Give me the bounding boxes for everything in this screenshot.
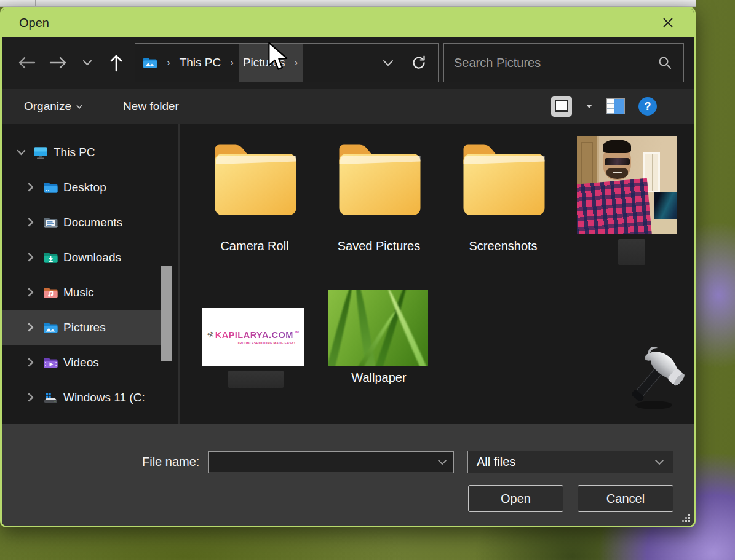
sidebar-scrollbar-thumb[interactable] xyxy=(161,266,172,361)
change-view-button[interactable] xyxy=(551,96,572,117)
dialog-title: Open xyxy=(19,16,49,30)
command-toolbar: Organize New folder ? xyxy=(2,89,694,124)
file-tile-screenshots[interactable]: Screenshots xyxy=(454,131,552,253)
chevron-collapsed-icon[interactable] xyxy=(23,323,39,332)
downloads-folder-icon xyxy=(42,250,58,265)
organize-label: Organize xyxy=(24,100,71,113)
open-button-label: Open xyxy=(501,492,531,506)
documents-folder-icon xyxy=(42,215,58,230)
up-button[interactable] xyxy=(103,47,130,79)
close-icon xyxy=(662,17,674,29)
search-icon[interactable] xyxy=(658,55,672,70)
file-label: Camera Roll xyxy=(205,239,304,253)
photo-plaid-shirt xyxy=(577,178,652,234)
new-folder-label: New folder xyxy=(123,100,179,113)
kapilarya-tm: TM xyxy=(295,330,299,334)
navigation-tree: This PC Desktop Documents Downloads xyxy=(2,124,178,424)
chevron-collapsed-icon[interactable] xyxy=(23,183,39,192)
chevron-down-icon xyxy=(82,60,92,66)
forward-button[interactable] xyxy=(45,47,72,79)
sidebar-item-label: This PC xyxy=(54,146,95,159)
redacted-filename xyxy=(228,371,284,388)
file-name-dropdown-icon[interactable] xyxy=(437,459,447,465)
sidebar-item-documents[interactable]: Documents xyxy=(2,205,178,240)
open-button[interactable]: Open xyxy=(468,485,563,512)
search-box[interactable] xyxy=(443,43,684,82)
breadcrumb-expand-separator[interactable]: › xyxy=(289,44,304,82)
strip-divider xyxy=(35,0,36,6)
organize-button[interactable]: Organize xyxy=(24,100,82,113)
videos-folder-icon xyxy=(42,355,58,370)
cancel-button[interactable]: Cancel xyxy=(578,485,673,512)
file-label: Screenshots xyxy=(454,239,552,253)
up-arrow-icon xyxy=(109,53,124,72)
file-type-value: All files xyxy=(477,455,515,469)
file-name-label: File name: xyxy=(142,455,204,469)
file-label: Saved Pictures xyxy=(330,239,428,253)
sidebar-item-label: Windows 11 (C: xyxy=(63,391,145,404)
sidebar-item-desktop[interactable]: Desktop xyxy=(2,170,178,205)
grass-blade xyxy=(328,290,356,366)
sidebar-item-windows-c-drive[interactable]: Windows 11 (C: xyxy=(2,380,178,415)
file-name-input[interactable] xyxy=(209,452,437,473)
open-file-dialog: Open › This PC › Pictures › xyxy=(0,7,696,527)
file-tile-wallpaper[interactable] xyxy=(328,290,428,366)
preview-pane-icon xyxy=(607,99,614,114)
file-name-combobox[interactable] xyxy=(208,451,454,473)
navigation-bar: › This PC › Pictures › xyxy=(2,37,694,89)
kapilarya-brand-text: KAPILARYA.COM xyxy=(215,330,293,340)
resize-grip[interactable] xyxy=(682,514,691,523)
address-folder-icon[interactable] xyxy=(135,44,161,82)
search-input[interactable] xyxy=(454,56,651,70)
back-arrow-icon xyxy=(17,55,36,70)
folder-icon xyxy=(454,131,552,223)
photo-beard xyxy=(606,168,628,179)
address-dropdown-icon[interactable] xyxy=(383,60,394,66)
file-type-select[interactable]: All files xyxy=(467,451,673,473)
chevron-collapsed-icon[interactable] xyxy=(23,393,39,402)
breadcrumb-separator: › xyxy=(224,44,239,82)
mouse-cursor xyxy=(267,42,290,73)
sidebar-item-downloads[interactable]: Downloads xyxy=(2,240,178,275)
breadcrumb-this-pc[interactable]: This PC xyxy=(176,44,225,82)
chevron-collapsed-icon[interactable] xyxy=(23,358,39,367)
dialog-footer: File name: All files Open Cancel xyxy=(2,424,694,526)
photo-hair xyxy=(603,140,631,153)
recent-locations-button[interactable] xyxy=(77,47,98,79)
sidebar-item-this-pc[interactable]: This PC xyxy=(2,135,178,170)
dialog-content: This PC Desktop Documents Downloads xyxy=(2,124,694,424)
chevron-collapsed-icon[interactable] xyxy=(23,288,39,297)
preview-pane-button[interactable] xyxy=(606,98,625,114)
sidebar-item-label: Pictures xyxy=(63,321,106,334)
chevron-expanded-icon[interactable] xyxy=(13,149,29,156)
file-type-dropdown-icon xyxy=(654,459,664,465)
folder-icon xyxy=(205,131,304,223)
file-list: Camera Roll Saved Pictures Screenshots xyxy=(180,124,694,424)
sidebar-item-pictures[interactable]: Pictures xyxy=(2,310,161,345)
sidebar-item-music[interactable]: Music xyxy=(2,275,178,310)
chevron-collapsed-icon[interactable] xyxy=(23,218,39,227)
sidebar-item-videos[interactable]: Videos xyxy=(2,345,178,380)
file-tile-photo-thumbnail[interactable] xyxy=(577,136,677,234)
sidebar-item-label: Music xyxy=(63,286,94,299)
large-icons-view-icon xyxy=(555,100,568,112)
chevron-collapsed-icon[interactable] xyxy=(23,253,39,262)
help-button[interactable]: ? xyxy=(638,97,657,116)
background-window-strip xyxy=(0,0,696,7)
photo-sunglasses xyxy=(605,158,630,165)
sidebar-item-label: Downloads xyxy=(63,251,121,264)
question-mark-icon: ? xyxy=(645,100,651,113)
folder-icon xyxy=(330,131,428,223)
back-button[interactable] xyxy=(13,47,40,79)
monitor-icon xyxy=(33,145,49,160)
view-dropdown-icon[interactable] xyxy=(586,104,593,109)
kapilarya-tagline: TROUBLESHOOTING MADE EASY! xyxy=(237,341,295,345)
refresh-icon[interactable] xyxy=(411,55,427,71)
new-folder-button[interactable]: New folder xyxy=(123,100,179,113)
file-tile-kapilarya-image[interactable]: ⚒ KAPILARYA.COM TM TROUBLESHOOTING MADE … xyxy=(202,308,304,366)
close-button[interactable] xyxy=(656,12,680,34)
file-tile-camera-roll[interactable]: Camera Roll xyxy=(205,131,304,253)
sidebar-item-label: Desktop xyxy=(63,181,106,194)
hammer-watermark-icon xyxy=(622,345,689,412)
file-tile-saved-pictures[interactable]: Saved Pictures xyxy=(330,131,428,253)
